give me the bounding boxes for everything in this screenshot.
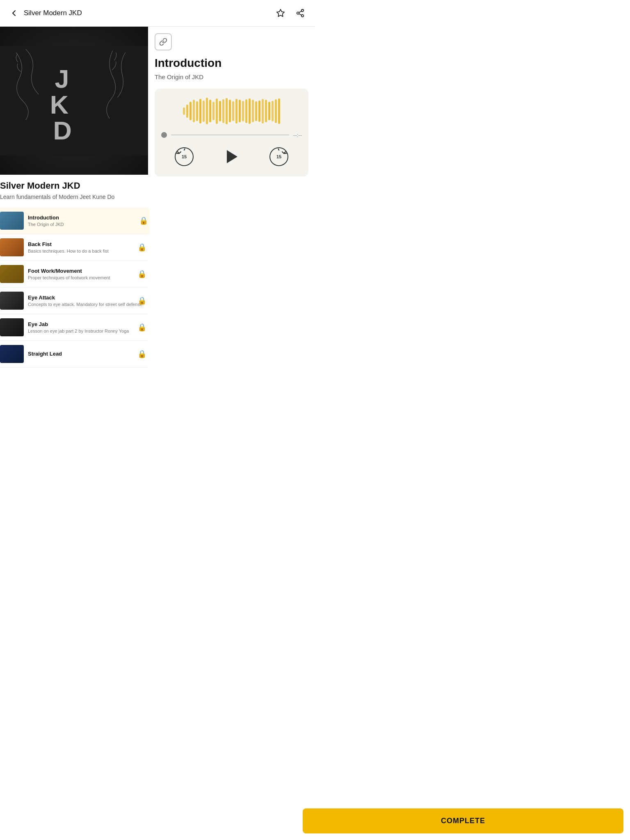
lesson-title: Back Fist bbox=[28, 241, 148, 247]
waveform-bar bbox=[255, 101, 257, 121]
waveform-bar bbox=[229, 100, 231, 122]
back-button[interactable] bbox=[8, 7, 20, 19]
lock-icon: 🔒 bbox=[139, 216, 148, 225]
lesson-item[interactable]: Eye AttackConcepts to eye attack. Mandat… bbox=[0, 288, 148, 314]
lesson-info: Straight Lead bbox=[28, 351, 148, 358]
waveform-bar bbox=[183, 107, 185, 115]
waveform bbox=[161, 97, 302, 126]
waveform-bar bbox=[258, 100, 260, 122]
waveform-bar bbox=[232, 101, 234, 121]
waveform-bar bbox=[265, 100, 267, 122]
waveform-bar bbox=[209, 100, 211, 122]
lesson-subtitle: Lesson on eye jab part 2 by Instructor R… bbox=[28, 328, 148, 334]
lesson-item[interactable]: Back FistBasics techniques. How to do a … bbox=[0, 234, 148, 261]
waveform-bar bbox=[219, 101, 221, 121]
bookmark-button[interactable] bbox=[274, 7, 287, 20]
right-column: Introduction The Origin of JKD --:-- bbox=[148, 27, 315, 368]
waveform-bar bbox=[199, 99, 201, 123]
waveform-bar bbox=[212, 102, 215, 120]
lesson-item[interactable]: Straight Lead🔒 bbox=[0, 341, 148, 368]
progress-track bbox=[171, 135, 289, 135]
lesson-detail-subtitle: The Origin of JKD bbox=[155, 73, 308, 80]
lesson-info: Back FistBasics techniques. How to do a … bbox=[28, 241, 148, 254]
progress-time: --:-- bbox=[293, 132, 302, 138]
lesson-thumbnail bbox=[0, 238, 24, 256]
waveform-bar bbox=[278, 98, 280, 124]
course-info: Silver Modern JKD Learn fundamentals of … bbox=[0, 175, 148, 204]
left-column: J K D Silver Modern JKD Learn fundamenta… bbox=[0, 27, 148, 368]
lesson-item[interactable]: Foot Work/MovementProper techniques of f… bbox=[0, 261, 148, 288]
lesson-info: Eye AttackConcepts to eye attack. Mandat… bbox=[28, 294, 148, 307]
lesson-info: Foot Work/MovementProper techniques of f… bbox=[28, 268, 148, 281]
course-description: Learn fundamentals of Modern Jeet Kune D… bbox=[0, 194, 148, 200]
waveform-bar bbox=[226, 98, 228, 124]
svg-text:15: 15 bbox=[182, 154, 187, 159]
link-button[interactable] bbox=[155, 33, 172, 50]
svg-marker-0 bbox=[277, 9, 284, 16]
rewind-button[interactable]: 15 bbox=[174, 146, 194, 167]
waveform-bar bbox=[222, 99, 224, 123]
waveform-bar bbox=[272, 101, 274, 121]
svg-line-4 bbox=[299, 14, 301, 15]
waveform-bar bbox=[189, 102, 192, 120]
waveform-bar bbox=[216, 98, 218, 124]
lesson-title: Straight Lead bbox=[28, 351, 148, 357]
course-image: J K D bbox=[0, 27, 148, 175]
lesson-thumbnail bbox=[0, 292, 24, 310]
svg-line-5 bbox=[299, 11, 301, 13]
waveform-bar bbox=[193, 100, 195, 122]
lesson-subtitle: Basics techniques. How to do a back fist bbox=[28, 248, 148, 254]
waveform-bar bbox=[242, 101, 244, 121]
waveform-bar bbox=[275, 99, 277, 123]
waveform-bar bbox=[245, 99, 247, 123]
waveform-bar bbox=[186, 105, 188, 118]
lesson-info: IntroductionThe Origin of JKD bbox=[28, 215, 148, 227]
lesson-title: Foot Work/Movement bbox=[28, 268, 148, 274]
waveform-bar bbox=[252, 100, 254, 122]
course-name: Silver Modern JKD bbox=[0, 180, 148, 191]
progress-bar[interactable]: --:-- bbox=[161, 132, 302, 138]
lesson-title: Eye Jab bbox=[28, 321, 148, 327]
lock-icon: 🔒 bbox=[137, 323, 146, 332]
header-right bbox=[274, 7, 307, 20]
lesson-subtitle: Concepts to eye attack. Mandatory for st… bbox=[28, 301, 148, 307]
waveform-bar bbox=[235, 99, 237, 123]
forward-button[interactable]: 15 bbox=[269, 146, 289, 167]
header-left: Silver Modern JKD bbox=[8, 7, 82, 19]
header-title: Silver Modern JKD bbox=[24, 9, 82, 17]
lesson-title: Introduction bbox=[28, 215, 148, 221]
waveform-bar bbox=[239, 100, 241, 122]
lesson-thumbnail bbox=[0, 265, 24, 283]
lesson-detail-title: Introduction bbox=[155, 56, 308, 70]
play-button[interactable] bbox=[220, 146, 243, 168]
main-content: J K D Silver Modern JKD Learn fundamenta… bbox=[0, 27, 315, 368]
lesson-subtitle: Proper techniques of footwork movement bbox=[28, 275, 148, 281]
play-icon bbox=[227, 150, 237, 163]
waveform-bar bbox=[249, 98, 251, 124]
lesson-thumbnail bbox=[0, 212, 24, 230]
player-controls: 15 15 bbox=[161, 146, 302, 168]
waveform-bar bbox=[262, 99, 264, 123]
waveform-bar bbox=[196, 101, 198, 121]
lesson-item[interactable]: IntroductionThe Origin of JKD🔒 bbox=[0, 208, 150, 234]
lesson-thumbnail bbox=[0, 318, 24, 336]
header: Silver Modern JKD bbox=[0, 0, 315, 27]
svg-text:K: K bbox=[50, 90, 68, 119]
lesson-info: Eye JabLesson on eye jab part 2 by Instr… bbox=[28, 321, 148, 334]
lock-icon: 🔒 bbox=[137, 269, 146, 278]
svg-text:J: J bbox=[55, 64, 68, 93]
lock-icon: 🔒 bbox=[137, 296, 146, 305]
lesson-thumbnail bbox=[0, 345, 24, 363]
progress-dot bbox=[161, 132, 167, 138]
lock-icon: 🔒 bbox=[137, 349, 146, 358]
waveform-bar bbox=[203, 100, 205, 122]
waveform-bar bbox=[268, 102, 270, 120]
audio-player: --:-- 15 bbox=[155, 89, 308, 176]
svg-text:D: D bbox=[53, 116, 71, 145]
lesson-list: IntroductionThe Origin of JKD🔒Back FistB… bbox=[0, 208, 148, 368]
lesson-title: Eye Attack bbox=[28, 294, 148, 301]
lesson-item[interactable]: Eye JabLesson on eye jab part 2 by Instr… bbox=[0, 314, 148, 341]
waveform-bar bbox=[206, 98, 208, 124]
lesson-subtitle: The Origin of JKD bbox=[28, 221, 148, 227]
share-button[interactable] bbox=[294, 7, 307, 20]
